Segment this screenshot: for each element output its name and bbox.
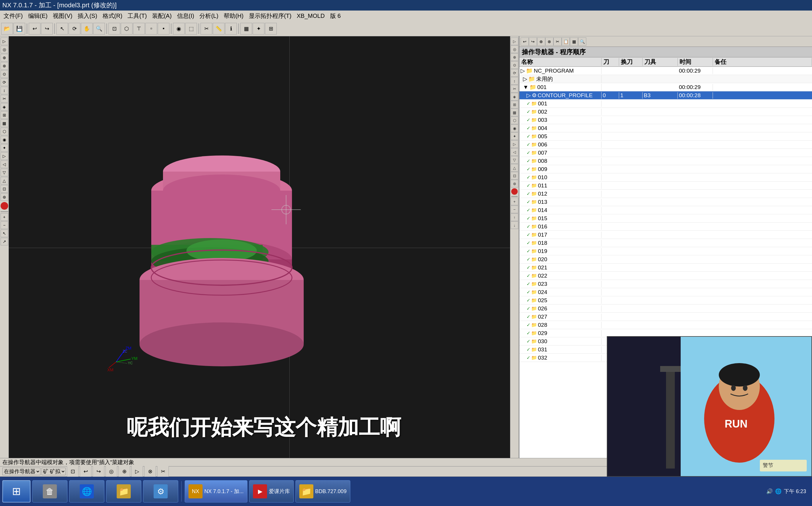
tree-row-008[interactable]: ✓ 📁 008 (520, 157, 812, 165)
toolbar-grid[interactable]: ⊞ (265, 23, 277, 34)
menu-view[interactable]: 视图(V) (51, 11, 75, 20)
tree-row-012[interactable]: ✓ 📁 012 (520, 190, 812, 198)
tree-row-nc-program[interactable]: ▷ 📁 NC_PROGRAM 00:00:29 (520, 67, 812, 75)
tree-row-002[interactable]: ✓ 📁 002 (520, 108, 812, 116)
taskbar-explorer[interactable]: 📁 (106, 480, 141, 503)
tree-row-015[interactable]: ✓ 📁 015 (520, 214, 812, 223)
bt-btn-8[interactable]: ✂ (157, 466, 169, 477)
tree-row-005[interactable]: ✓ 📁 005 (520, 133, 812, 141)
tree-row-017[interactable]: ✓ 📁 017 (520, 231, 812, 239)
tree-row-011[interactable]: ✓ 📁 011 (520, 181, 812, 190)
toolbar-redo[interactable]: ↪ (41, 23, 53, 34)
rib-btn-14[interactable]: ▷ (511, 140, 518, 148)
rib-btn-10[interactable]: ▦ (511, 109, 518, 116)
rib-btn-19[interactable]: ⊛ (511, 180, 518, 187)
rib-btn-18[interactable]: ⊡ (511, 172, 518, 179)
sidebar-btn-2[interactable]: ◎ (1, 46, 8, 53)
sidebar-btn-13[interactable]: ◉ (1, 136, 8, 144)
rib-btn-6[interactable]: ↕ (511, 77, 518, 85)
tree-row-010[interactable]: ✓ 📁 010 (520, 173, 812, 181)
rp-btn-8[interactable]: 🔍 (578, 37, 586, 46)
sidebar-btn-9[interactable]: ◈ (1, 103, 8, 111)
menu-analysis[interactable]: 分析(L) (197, 11, 220, 20)
rp-btn-1[interactable]: ↩ (521, 37, 529, 46)
tree-row-unused[interactable]: ▷ 📁 未用的 (520, 75, 812, 83)
sidebar-btn-19[interactable]: ⊡ (1, 185, 8, 193)
rib-btn-12[interactable]: ◉ (511, 124, 518, 132)
bt-btn-6[interactable]: ▷ (131, 466, 143, 477)
taskbar-folder[interactable]: 📁 BDB.727.009 (295, 480, 350, 503)
toolbar-rotate[interactable]: ⟳ (69, 23, 80, 34)
toolbar-layer[interactable]: ▦ (241, 23, 252, 34)
rib-btn-24[interactable]: ↑ (511, 214, 518, 221)
tree-row-027[interactable]: ✓ 📁 027 (520, 313, 812, 321)
taskbar-nx[interactable]: NX NX 7.0.1.7 - 加... (185, 480, 248, 503)
tree-row-contour-profile[interactable]: ▷ ⚙ CONTOUR_PROFILE 0 1 B3 00:00:28 (520, 91, 812, 100)
rib-btn-25[interactable]: ↓ (511, 222, 518, 229)
taskbar-media[interactable]: ▶ 爱课片库 (249, 480, 294, 503)
rp-btn-2[interactable]: ↪ (529, 37, 537, 46)
rib-btn-23[interactable]: − (511, 205, 518, 213)
toolbar-undo[interactable]: ↩ (29, 23, 41, 34)
tree-row-009[interactable]: ✓ 📁 009 (520, 165, 812, 173)
rib-btn-22[interactable]: + (511, 198, 518, 205)
sidebar-btn-22[interactable]: + (1, 213, 8, 221)
rp-btn-5[interactable]: ✂ (553, 37, 562, 46)
menu-mold[interactable]: XB_MOLD (294, 12, 327, 20)
taskbar-recycle[interactable]: 🗑 (32, 480, 67, 503)
sidebar-btn-4[interactable]: ⊗ (1, 62, 8, 70)
sidebar-btn-12[interactable]: ⬡ (1, 128, 8, 135)
toolbar-save[interactable]: 💾 (13, 23, 25, 34)
tree-row-001[interactable]: ✓ 📁 001 (520, 100, 812, 108)
start-button[interactable]: ⊞ (2, 480, 30, 503)
toolbar-shading[interactable]: ◉ (173, 23, 185, 34)
tree-row-006[interactable]: ✓ 📁 006 (520, 141, 812, 149)
toolbar-view-front[interactable]: ▫ (145, 23, 157, 34)
tree-row-022[interactable]: ✓ 📁 022 (520, 272, 812, 280)
sidebar-btn-25[interactable]: ↗ (1, 238, 8, 245)
mode-select[interactable]: 矿 矿拟 (42, 468, 66, 475)
menu-assembly[interactable]: 装配(A) (150, 11, 174, 20)
menu-topo[interactable]: 显示拓扑程序(T) (247, 11, 294, 20)
menu-edit[interactable]: 编辑(E) (26, 11, 50, 20)
toolbar-zoom[interactable]: 🔍 (93, 23, 105, 34)
sidebar-btn-16[interactable]: ◁ (1, 161, 8, 168)
tree-row-026[interactable]: ✓ 📁 026 (520, 305, 812, 313)
toolbar-view-top[interactable]: ⊤ (133, 23, 145, 34)
toolbar-info[interactable]: ℹ (225, 23, 237, 34)
sidebar-btn-1[interactable]: ▷ (1, 37, 8, 45)
sidebar-btn-24[interactable]: ↖ (1, 230, 8, 237)
rp-btn-7[interactable]: ▦ (570, 37, 578, 46)
rib-btn-3[interactable]: ⊕ (511, 53, 518, 61)
rib-btn-9[interactable]: ⊞ (511, 101, 518, 108)
tree-row-024[interactable]: ✓ 📁 024 (520, 288, 812, 297)
rp-btn-6[interactable]: 📋 (562, 37, 570, 46)
tree-row-004[interactable]: ✓ 📁 004 (520, 124, 812, 133)
sidebar-btn-7[interactable]: ↕ (1, 87, 8, 94)
sidebar-btn-6[interactable]: ⟳ (1, 78, 8, 86)
toolbar-measure[interactable]: 📏 (213, 23, 224, 34)
rib-btn-17[interactable]: △ (511, 164, 518, 172)
tree-row-014[interactable]: ✓ 📁 014 (520, 206, 812, 214)
sidebar-btn-17[interactable]: ▽ (1, 169, 8, 176)
viewport[interactable]: ZM YM XM ZC YC 呢我们开始来写这个精加工啊 (9, 36, 519, 477)
toolbar-fit[interactable]: ⊡ (109, 23, 120, 34)
rib-btn-1[interactable]: ▷ (511, 37, 518, 45)
rib-btn-7[interactable]: ✂ (511, 85, 518, 92)
rib-btn-11[interactable]: ⬡ (511, 116, 518, 124)
tree-row-001-folder[interactable]: ▼ 📁 001 00:00:29 (520, 83, 812, 91)
toolbar-view-iso[interactable]: ⬡ (121, 23, 133, 34)
tree-row-028[interactable]: ✓ 📁 028 (520, 321, 812, 329)
menu-insert[interactable]: 插入(S) (75, 11, 100, 20)
rib-btn-8[interactable]: ◈ (511, 93, 518, 100)
bt-btn-5[interactable]: ⊕ (119, 466, 130, 477)
toolbar-pan[interactable]: ✋ (81, 23, 93, 34)
rp-btn-4[interactable]: ⊗ (545, 37, 553, 46)
bt-btn-3[interactable]: ↪ (93, 466, 105, 477)
sidebar-btn-5[interactable]: ⊙ (1, 70, 8, 78)
toolbar-view-side[interactable]: ▪ (158, 23, 170, 34)
tree-row-019[interactable]: ✓ 📁 019 (520, 247, 812, 255)
toolbar-cut-plane[interactable]: ✂ (201, 23, 212, 34)
sidebar-btn-18[interactable]: △ (1, 177, 8, 184)
tree-row-025[interactable]: ✓ 📁 025 (520, 297, 812, 305)
